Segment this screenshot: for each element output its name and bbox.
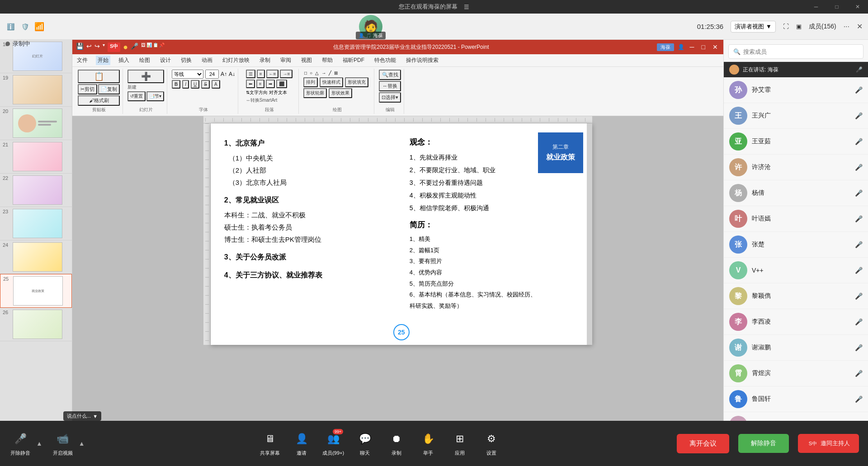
italic-button[interactable]: I: [182, 80, 189, 89]
members-button[interactable]: 👥 99+ 成员(99+): [322, 431, 344, 457]
info-icon[interactable]: ℹ️: [5, 22, 15, 32]
cut-button[interactable]: ✂剪切: [78, 84, 97, 94]
member-item-wang1[interactable]: 王 王兴广 🎤: [724, 103, 868, 129]
mute-toggle-button[interactable]: 🎤 开除静音: [9, 431, 32, 457]
slide-item-26[interactable]: 26: [0, 308, 72, 341]
menu-features[interactable]: 特色功能: [373, 56, 398, 65]
menu-home[interactable]: 开始: [96, 56, 110, 65]
ppt-mic-icon[interactable]: 🎤: [131, 42, 138, 52]
align-justify-button[interactable]: ⬛: [276, 80, 287, 88]
co-host-button[interactable]: S中 邀同主持人: [798, 434, 859, 453]
align-text-button[interactable]: 对齐文本: [269, 89, 287, 96]
member-item-xu[interactable]: 许 许济沧 🎤: [724, 155, 868, 180]
font-color-button[interactable]: A: [212, 80, 220, 89]
search-input[interactable]: [743, 48, 859, 55]
view-select[interactable]: 演讲者视图 ▼: [731, 21, 776, 33]
strikethrough-button[interactable]: S: [201, 80, 210, 89]
menu-slideshow[interactable]: 幻灯片放映: [221, 56, 251, 65]
list-bullet-button[interactable]: ☰: [246, 70, 255, 78]
member-item-lixiling[interactable]: 李 李西凌 🎤: [724, 309, 868, 335]
members-count[interactable]: 成员(156): [809, 23, 836, 31]
shape-triangle[interactable]: △: [314, 70, 320, 76]
apps-button[interactable]: ⊞ 应用: [448, 431, 471, 457]
member-item-ye[interactable]: 叶 叶语嫣 🎤: [724, 206, 868, 232]
minimize-button[interactable]: ─: [806, 0, 826, 14]
indent-decrease-button[interactable]: ←≡: [266, 70, 279, 78]
shape-outline-button[interactable]: 形状轮廓: [303, 88, 327, 98]
slide-item-24[interactable]: 24: [0, 240, 72, 274]
text-direction-button[interactable]: ⇅文字方向: [246, 89, 268, 96]
menu-transition[interactable]: 切换: [179, 56, 193, 65]
more-button[interactable]: ···: [844, 23, 849, 31]
menu-file[interactable]: 文件: [75, 56, 90, 65]
record-button[interactable]: ⏺ 录制: [385, 431, 408, 457]
invite-button[interactable]: 👤 邀请: [290, 431, 313, 457]
smartart-button[interactable]: ↔转换SmartArt: [246, 97, 293, 104]
reset-slide-button[interactable]: ↺重置: [127, 91, 146, 101]
ppt-quick-access-icon[interactable]: ▾: [103, 42, 105, 52]
slide-item-23[interactable]: 23: [0, 207, 72, 240]
slide-scrollbar[interactable]: [587, 123, 592, 345]
align-right-button[interactable]: ➡: [266, 80, 275, 88]
replace-button[interactable]: ↔替换: [379, 81, 401, 91]
menu-animation[interactable]: 动画: [200, 56, 214, 65]
font-family-select[interactable]: 等线: [172, 70, 203, 79]
quick-styles-button[interactable]: 快速样式: [320, 77, 343, 87]
raise-hand-button[interactable]: ✋ 举手: [417, 431, 439, 457]
shape-rect[interactable]: □: [303, 70, 308, 76]
fullscreen-button[interactable]: ⛶: [783, 23, 789, 30]
font-size-down[interactable]: A↓: [229, 71, 235, 77]
close-window-button[interactable]: ✕: [847, 0, 868, 14]
menu-draw[interactable]: 绘图: [137, 56, 152, 65]
slide-item-20[interactable]: 20: [0, 107, 72, 140]
top-bar-menu-icon[interactable]: ☰: [464, 4, 469, 10]
menu-insert[interactable]: 插入: [117, 56, 131, 65]
video-chevron[interactable]: ▲: [79, 440, 85, 447]
list-number-button[interactable]: ≡: [257, 70, 265, 78]
ppt-minimize-btn[interactable]: ─: [688, 43, 696, 51]
menu-record[interactable]: 录制: [258, 56, 272, 65]
member-item-li[interactable]: 黎 黎颖儁 🎤: [724, 283, 868, 309]
paste-button[interactable]: 📋: [78, 70, 120, 83]
unmute-button[interactable]: 解除静音: [738, 434, 789, 453]
menu-help[interactable]: 帮助: [320, 56, 335, 65]
member-item-yang[interactable]: 杨 杨倩 🎤: [724, 180, 868, 206]
ppt-save-icon[interactable]: 💾: [76, 42, 84, 52]
leave-meeting-button[interactable]: 离开会议: [677, 434, 729, 453]
member-item-vpp[interactable]: V V++ 🎤: [724, 258, 868, 283]
settings-button[interactable]: ⚙ 设置: [480, 431, 503, 457]
member-item-sun[interactable]: 孙 孙艾霏 🎤: [724, 77, 868, 103]
shield-icon[interactable]: 🛡️: [20, 22, 30, 32]
member-item-zhang[interactable]: 张 张楚 🎤: [724, 232, 868, 258]
align-left-button[interactable]: ⬅: [246, 80, 255, 88]
close-panel-button[interactable]: ✕: [857, 22, 863, 31]
menu-search[interactable]: 操作说明搜索: [404, 56, 440, 65]
slide-item-21[interactable]: 21: [0, 140, 72, 174]
shape-arrow[interactable]: →: [321, 70, 327, 76]
member-item-wangyaru[interactable]: 亚 王亚茹 🎤: [724, 129, 868, 155]
menu-view[interactable]: 视图: [299, 56, 314, 65]
align-center-button[interactable]: ≡: [256, 80, 264, 88]
ppt-user-icon[interactable]: 海葆: [657, 43, 674, 51]
ppt-restore-btn[interactable]: □: [700, 43, 707, 51]
arrange-button[interactable]: 排列: [303, 77, 318, 87]
find-button[interactable]: 🔍查找: [379, 70, 401, 80]
member-item-xie[interactable]: 谢 谢淑鹏 🎤: [724, 335, 868, 361]
chat-button[interactable]: 💬 聊天: [354, 431, 376, 457]
member-item-wangyan[interactable]: 王 王妍 🎤: [724, 412, 868, 421]
ppt-undo-icon[interactable]: ↩: [86, 42, 92, 52]
share-screen-button[interactable]: 🖥 共享屏幕: [259, 431, 281, 457]
underline-button[interactable]: U: [191, 80, 199, 89]
split-view-button[interactable]: ▣: [796, 23, 802, 30]
member-item-xiao-yubin[interactable]: 霄 霄煜滨 🎤: [724, 361, 868, 386]
mute-chevron[interactable]: ▲: [36, 440, 42, 447]
shape-line[interactable]: ╱: [328, 70, 332, 76]
ppt-redo-icon[interactable]: ↪: [94, 42, 100, 52]
shape-fill-button[interactable]: 形状填充: [345, 77, 368, 87]
stats-icon[interactable]: 📶: [34, 22, 44, 32]
copy-button[interactable]: 📄复制: [98, 84, 120, 94]
slide-item-19[interactable]: 19: [0, 73, 72, 107]
new-slide-button[interactable]: ➕: [127, 70, 164, 83]
font-size-input[interactable]: [205, 70, 219, 79]
shape-more[interactable]: ⊞: [333, 70, 339, 76]
